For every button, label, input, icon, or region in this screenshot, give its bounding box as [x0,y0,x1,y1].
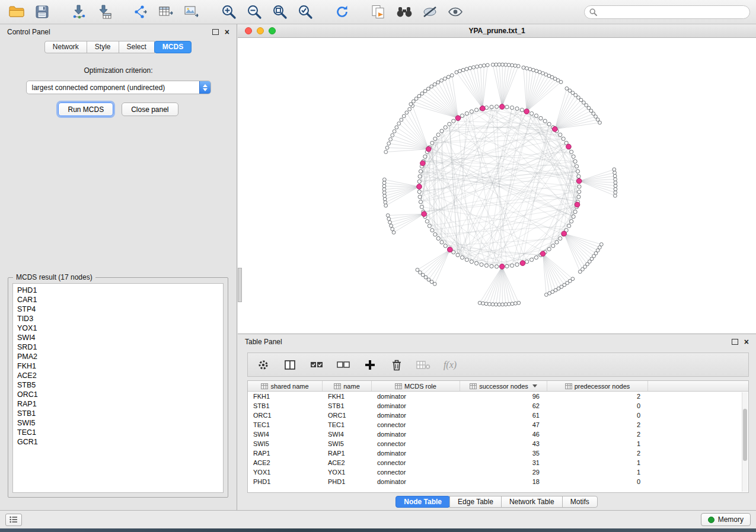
close-window-icon[interactable] [245,27,252,34]
mcds-result-item[interactable]: PHD1 [17,286,219,295]
table-tab-node-table[interactable]: Node Table [395,496,450,508]
create-column-button[interactable] [363,358,377,372]
mcds-result-item[interactable]: YOX1 [17,323,219,333]
tab-select[interactable]: Select [119,41,155,53]
tab-network[interactable]: Network [44,41,87,53]
tab-mcds[interactable]: MCDS [154,41,192,53]
table-row[interactable]: ACE2ACE2connector311 [248,458,748,467]
network-view-title: YPA_prune.txt_1 [468,27,525,35]
delete-column-button[interactable] [390,358,404,372]
optimization-criterion-label: Optimization criterion: [0,66,237,75]
export-image-button[interactable] [181,3,203,21]
mcds-result-item[interactable]: TEC1 [17,428,219,437]
table-tab-network-table[interactable]: Network Table [501,496,563,508]
mcds-result-item[interactable]: STB1 [17,409,219,418]
clone-network-button[interactable] [368,3,390,21]
close-panel-icon[interactable]: × [225,29,229,35]
select-all-rows-button[interactable] [310,358,324,372]
import-network-button[interactable] [68,3,90,21]
network-canvas[interactable] [238,38,756,334]
criterion-dropdown[interactable]: largest connected component (undirected) [26,81,211,94]
mcds-result-item[interactable]: STB5 [17,380,219,390]
column-header-name[interactable]: name [323,381,372,391]
table-cell: ACE2 [323,459,372,466]
table-row[interactable]: TEC1TEC1connector472 [248,420,748,430]
mcds-result-item[interactable]: CAR1 [17,295,219,305]
zoom-fit-button[interactable] [269,3,291,21]
tab-style[interactable]: Style [87,41,119,53]
import-table-button[interactable] [94,3,115,21]
open-session-button[interactable] [6,3,27,21]
table-panel-tabs: Node TableEdge TableNetwork TableMotifs [238,496,756,508]
global-search-field[interactable] [584,5,750,19]
search-input[interactable] [600,8,745,16]
table-vertical-scrollbar[interactable] [742,392,748,492]
task-history-button[interactable] [5,514,22,526]
table-row[interactable]: YOX1YOX1connector291 [248,467,748,477]
table-cell: dominator [372,402,460,409]
delete-table-button[interactable] [416,358,430,372]
clone-network-icon [371,5,387,19]
deselect-all-rows-button[interactable] [336,358,350,372]
apply-layout-button[interactable] [331,3,353,21]
mcds-result-item[interactable]: SWI4 [17,333,219,342]
zoom-in-button[interactable] [218,3,240,21]
float-panel-icon[interactable] [212,29,219,35]
table-row[interactable]: PHD1PHD1dominator180 [248,477,748,486]
table-cell: 0 [547,402,648,409]
mcds-result-item[interactable]: STP4 [17,305,219,314]
function-builder-button[interactable]: f(x) [443,358,457,372]
dropdown-stepper-icon[interactable] [199,81,210,94]
run-mcds-button[interactable]: Run MCDS [58,102,113,116]
table-row[interactable]: FKH1FKH1dominator962 [248,392,748,401]
table-cell: 43 [460,440,547,447]
minimize-window-icon[interactable] [257,27,264,34]
column-header-predecessor-nodes[interactable]: predecessor nodes [547,381,648,391]
memory-button[interactable]: Memory [701,513,751,526]
table-row[interactable]: ORC1ORC1dominator610 [248,411,748,420]
maximize-window-icon[interactable] [269,27,276,34]
export-network-button[interactable] [130,3,152,21]
close-panel-button[interactable]: Close panel [122,102,178,116]
network-scrollbar[interactable] [238,268,242,302]
mcds-result-item[interactable]: SWI5 [17,418,219,428]
mcds-result-item[interactable]: ACE2 [17,371,219,380]
table-row[interactable]: SWI5SWI5connector431 [248,439,748,448]
show-hide-details-button[interactable] [445,3,466,21]
graphics-details-button[interactable] [419,3,441,21]
mcds-result-item[interactable]: GCR1 [17,437,219,447]
table-row[interactable]: STB1STB1dominator620 [248,401,748,411]
column-menu-chevron-icon[interactable] [532,384,537,387]
column-header-MCDS-role[interactable]: MCDS role [372,381,460,391]
table-tab-edge-table[interactable]: Edge Table [449,496,502,508]
zoom-in-icon [221,4,237,20]
mcds-result-item[interactable]: SRD1 [17,342,219,352]
column-header-successor-nodes[interactable]: successor nodes [460,381,547,391]
mcds-result-item[interactable]: PMA2 [17,352,219,361]
mcds-result-item[interactable]: ORC1 [17,390,219,399]
search-network-button[interactable] [394,3,415,21]
zoom-selected-button[interactable] [295,3,316,21]
table-settings-button[interactable] [256,358,270,372]
table-cell: dominator [372,450,460,457]
network-graph[interactable] [238,38,756,334]
mcds-result-list[interactable]: PHD1CAR1STP4TID3YOX1SWI4SRD1PMA2FKH1ACE2… [12,283,224,493]
export-table-button[interactable] [156,3,177,21]
table-cell: 47 [460,421,547,428]
eye-icon [448,7,463,17]
table-tab-motifs[interactable]: Motifs [562,496,598,508]
table-cell: 96 [460,393,547,400]
mcds-result-item[interactable]: RAP1 [17,399,219,409]
mcds-result-item[interactable]: FKH1 [17,361,219,371]
zoom-out-button[interactable] [244,3,265,21]
table-cell: PHD1 [248,478,323,485]
column-view-button[interactable] [283,358,297,372]
save-session-button[interactable] [31,3,53,21]
mcds-result-item[interactable]: TID3 [17,314,219,323]
scrollbar-thumb[interactable] [743,409,747,461]
column-header-shared-name[interactable]: shared name [248,381,323,391]
table-row[interactable]: SWI4SWI4dominator462 [248,430,748,439]
table-row[interactable]: RAP1RAP1dominator352 [248,448,748,458]
float-table-panel-icon[interactable] [732,339,738,345]
close-table-panel-icon[interactable]: × [744,339,749,345]
